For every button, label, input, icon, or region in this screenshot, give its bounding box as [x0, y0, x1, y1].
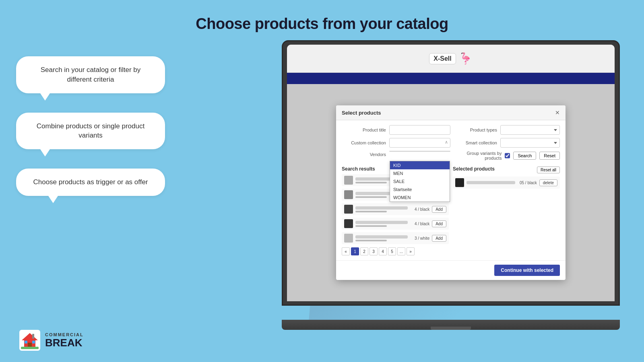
xsell-brand: X-Sell [429, 53, 456, 64]
result-thumb [344, 190, 353, 199]
bubble-search-text: Search in your catalog or filter by diff… [41, 66, 141, 83]
result-thumb [344, 205, 353, 214]
result-thumb [344, 176, 353, 185]
selected-products-title: Selected products [453, 166, 495, 172]
page-1-button[interactable]: 1 [351, 247, 359, 255]
selected-variant: 05 / black [518, 181, 537, 185]
continue-button[interactable]: Continue with selected [494, 265, 560, 276]
prev-page-button[interactable]: « [342, 247, 350, 255]
app-header: X-Sell 🦩 [287, 45, 615, 73]
dots-button: ... [397, 247, 405, 255]
product-title-label: Product title [342, 128, 386, 132]
svg-rect-5 [32, 334, 34, 339]
app-nav [287, 73, 615, 84]
product-types-row: Product types [457, 125, 560, 135]
results-area: Search results 1 / white Add [342, 166, 560, 255]
modal-header: Select products ✕ [336, 105, 566, 120]
next-page-button[interactable]: » [407, 247, 415, 255]
logo-text: COMMERCIAL BREAK [45, 332, 84, 349]
result-bar-line [355, 182, 387, 183]
select-products-modal: Select products ✕ Prod [336, 105, 566, 280]
result-item: 4 / black Add [342, 218, 449, 230]
vendor-options-list: KID MEN SALE Startseite WOMEN [390, 161, 450, 202]
result-bar [355, 235, 408, 239]
bubble-trigger-text: Choose products as trigger or as offer [33, 178, 148, 186]
result-variant: 3 / white [410, 236, 429, 241]
page-3-button[interactable]: 3 [369, 247, 378, 255]
result-item: 3 / white Add [342, 232, 449, 244]
modal-title: Select products [342, 110, 381, 116]
page-title: Choose products from your catalog [0, 0, 644, 33]
smart-collection-row: Smart collection [457, 138, 560, 148]
bubble-trigger: Choose products as trigger or as offer [16, 169, 165, 196]
vendors-row: Vendors KID MEN SALE Startseite WOME [342, 151, 450, 157]
vendor-option-sale[interactable]: SALE [390, 177, 450, 185]
selected-item: 05 / black delete [453, 177, 560, 189]
laptop-wrapper: X-Sell 🦩 Select products ✕ [282, 40, 632, 330]
add-button[interactable]: Add [432, 235, 446, 242]
selected-products-panel: Selected products Reset all 05 / black d [453, 166, 560, 255]
smart-collection-select[interactable] [500, 138, 560, 148]
vendor-option-startseite[interactable]: Startseite [390, 185, 450, 193]
result-variant: 4 / black [410, 207, 429, 212]
house-icon [19, 330, 40, 351]
page-2-button[interactable]: 2 [360, 247, 368, 255]
result-bar-line [355, 196, 387, 198]
vendor-option-kid[interactable]: KID [390, 161, 450, 169]
selected-thumb [455, 178, 464, 187]
add-button[interactable]: Add [432, 220, 446, 227]
vendor-option-men[interactable]: MEN [390, 169, 450, 177]
result-bar-line [355, 211, 387, 212]
custom-collection-input[interactable] [389, 138, 450, 148]
add-button[interactable]: Add [432, 206, 446, 213]
bubbles-area: Search in your catalog or filter by diff… [16, 56, 165, 196]
reset-all-button[interactable]: Reset all [537, 167, 560, 173]
smart-collection-label: Smart collection [457, 140, 497, 145]
product-types-label: Product types [457, 128, 497, 132]
vendor-option-women[interactable]: WOMEN [390, 193, 450, 202]
product-types-select[interactable] [500, 125, 560, 135]
xsell-bird-icon: 🦩 [458, 52, 473, 65]
result-bar [355, 221, 408, 224]
custom-collection-row: Custom collection ∧ [342, 138, 450, 148]
result-item: 4 / black Add [342, 203, 449, 215]
logo-break: BREAK [45, 337, 84, 349]
page-5-button[interactable]: 5 [388, 247, 396, 255]
logo-commercial: COMMERCIAL [45, 332, 84, 337]
app-main: Select products ✕ Prod [287, 84, 615, 301]
xsell-logo: X-Sell 🦩 [429, 52, 472, 65]
modal-close-button[interactable]: ✕ [555, 109, 560, 116]
svg-rect-4 [32, 341, 35, 343]
svg-rect-6 [21, 347, 39, 349]
page-4-button[interactable]: 4 [379, 247, 387, 255]
laptop-screen-bezel: X-Sell 🦩 Select products ✕ [287, 45, 615, 301]
product-title-input[interactable] [389, 125, 450, 135]
result-thumb [344, 219, 353, 228]
result-thumb [344, 234, 353, 243]
search-button[interactable]: Search [513, 152, 536, 160]
laptop-base [282, 320, 620, 330]
group-variants-label: Group variants by products [457, 151, 502, 160]
screen-content: X-Sell 🦩 Select products ✕ [287, 45, 615, 301]
custom-collection-label: Custom collection [342, 140, 386, 145]
delete-button[interactable]: delete [539, 179, 557, 186]
modal-body: Product title Custom collection ∧ [336, 120, 566, 260]
product-title-row: Product title [342, 125, 450, 135]
result-bar-line [355, 240, 387, 241]
laptop-body: X-Sell 🦩 Select products ✕ [282, 40, 620, 306]
vendors-dropdown[interactable]: KID MEN SALE Startseite WOMEN [389, 151, 450, 152]
bubble-combine-text: Combine products or single product varia… [37, 122, 144, 140]
result-bar [355, 206, 408, 210]
reset-button[interactable]: Reset [539, 152, 560, 160]
result-bar-line [355, 225, 387, 227]
commercial-break-logo: COMMERCIAL BREAK [19, 330, 84, 351]
bubble-combine: Combine products or single product varia… [16, 113, 165, 150]
bubble-search: Search in your catalog or filter by diff… [16, 56, 165, 93]
group-variants-row: Group variants by products Search Reset [457, 151, 560, 160]
selected-bar [466, 181, 515, 184]
pagination: « 1 2 3 4 5 ... » [342, 247, 449, 255]
vendors-label: Vendors [342, 151, 386, 157]
group-variants-checkbox[interactable] [505, 153, 510, 158]
result-variant: 4 / black [410, 222, 429, 226]
svg-rect-3 [25, 341, 27, 343]
